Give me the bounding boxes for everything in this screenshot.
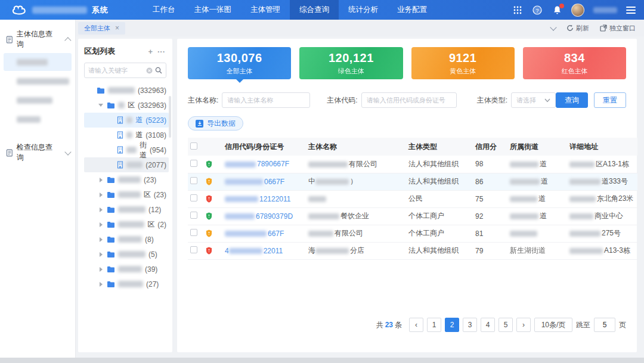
refresh-button[interactable]: 刷新 [566, 24, 589, 33]
tree-node-3[interactable]: 道 (3108) [84, 128, 169, 142]
status-shield-icon [206, 229, 212, 237]
clear-icon[interactable] [146, 67, 153, 74]
notifications-bell-icon[interactable] [552, 5, 562, 15]
search-icon[interactable] [155, 67, 162, 74]
credit-code-link[interactable]: 667F [225, 229, 284, 238]
document-icon [6, 149, 13, 157]
tree-node-9[interactable]: 区 (2) [84, 217, 169, 232]
status-shield-icon [206, 178, 212, 185]
apps-grid-icon[interactable] [512, 5, 523, 15]
tree-node-11[interactable]: (5) [84, 247, 169, 262]
main-nav: 工作台主体一张图主体管理综合查询统计分析业务配置 [143, 0, 436, 20]
add-region-icon[interactable]: + [148, 47, 153, 56]
open-window-button[interactable]: 独立窗口 [600, 24, 636, 33]
stat-card-orange[interactable]: 9121 黄色主体 [411, 47, 515, 79]
username-redacted [593, 7, 617, 13]
row-checkbox[interactable] [190, 212, 197, 219]
tree-node-13[interactable]: (27) [84, 277, 169, 291]
row-checkbox[interactable] [190, 177, 197, 184]
page-button-5[interactable]: 5 [499, 318, 513, 332]
sidebar-item-0-0[interactable] [4, 53, 72, 71]
table-header-row: 信用代码/身份证号主体名称主体类型信用分所属街道详细地址 [188, 138, 637, 156]
credit-code-link[interactable]: 7890667F [225, 160, 289, 168]
select-all-checkbox[interactable] [190, 142, 197, 150]
address-cell: 东北角23米 [567, 190, 637, 207]
subject-type-select[interactable]: 请选择 [511, 92, 556, 108]
subject-type-cell: 个体工商户 [406, 225, 473, 242]
subject-name-cell: 中） [306, 173, 406, 190]
type-filter-label: 主体类型: [477, 95, 507, 106]
tree-node-8[interactable]: (12) [84, 202, 169, 217]
row-checkbox[interactable] [190, 160, 197, 167]
subject-name-cell: 有限公司 [306, 225, 406, 242]
tabs-dropdown-icon[interactable] [551, 27, 556, 30]
row-checkbox[interactable] [190, 229, 197, 236]
app-window: 系统 工作台主体一张图主体管理综合查询统计分析业务配置 ? 主体信息查询 [0, 0, 644, 363]
nav-item-4[interactable]: 统计分析 [339, 0, 388, 20]
search-button[interactable]: 查询 [556, 92, 588, 108]
row-checkbox[interactable] [190, 194, 197, 201]
tree-node-2[interactable]: 道 (5223) [84, 113, 169, 128]
building-icon [117, 131, 123, 139]
credit-code-link[interactable]: 422011 [225, 247, 283, 255]
page-size-select[interactable]: 10条/页 [534, 318, 572, 332]
sidebar-item-0-3[interactable] [4, 110, 72, 128]
tab-all-subjects[interactable]: 全部主体 × [78, 22, 125, 35]
tab-close-icon[interactable]: × [115, 24, 119, 32]
next-page-button[interactable]: › [516, 318, 531, 332]
address-cell: A13-3栋 [567, 242, 637, 259]
stat-value: 120,121 [329, 51, 374, 65]
main-panel: 130,076 全部主体 120,121 绿色主体 9121 黄色主体 834 … [177, 39, 637, 352]
page-button-3[interactable]: 3 [463, 318, 477, 332]
stat-card-blue[interactable]: 130,076 全部主体 [188, 47, 291, 79]
tree-node-12[interactable]: (39) [84, 262, 169, 277]
menu-icon[interactable] [626, 7, 636, 14]
credit-code-link[interactable]: 12122011 [225, 195, 291, 203]
stat-card-green[interactable]: 120,121 绿色主体 [299, 47, 402, 79]
nav-item-1[interactable]: 主体一张图 [185, 0, 242, 20]
sidebar-item-0-2[interactable] [4, 91, 72, 109]
credit-code-link[interactable]: 0667F [225, 178, 284, 186]
nav-item-5[interactable]: 业务配置 [388, 0, 436, 20]
tree-node-0[interactable]: (332963) [84, 83, 169, 98]
credit-code-link[interactable]: 67890379D [225, 212, 293, 221]
help-icon[interactable]: ? [532, 5, 543, 15]
tree-node-10[interactable]: (8) [84, 232, 169, 247]
credit-score-cell: 75 [473, 190, 507, 207]
region-tree: (332963) 区 (332963) 道 (5223) 道 (3108) 街道… [84, 83, 169, 291]
stat-value: 130,076 [217, 51, 262, 65]
tree-node-6[interactable]: (23) [84, 172, 169, 187]
subject-code-input[interactable] [361, 92, 457, 108]
page-button-1[interactable]: 1 [427, 318, 441, 332]
scrollbar-thumb[interactable] [169, 96, 171, 138]
street-cell: 新生湖街道 [507, 242, 567, 259]
tree-node-5[interactable]: (2077) [84, 157, 169, 172]
region-search-input[interactable] [88, 67, 144, 74]
jump-page-input[interactable] [594, 318, 615, 332]
nav-item-0[interactable]: 工作台 [143, 0, 185, 20]
prev-page-button[interactable]: ‹ [409, 318, 423, 332]
user-avatar[interactable] [571, 4, 584, 17]
tree-node-1[interactable]: 区 (332963) [84, 98, 169, 113]
folder-icon [97, 87, 105, 94]
page-button-2[interactable]: 2 [445, 318, 459, 332]
folder-icon [107, 281, 115, 288]
topbar-actions: ? [512, 4, 636, 17]
sidebar-item-0-1[interactable] [4, 72, 72, 90]
row-checkbox[interactable] [190, 246, 197, 253]
page-button-4[interactable]: 4 [481, 318, 495, 332]
export-data-button[interactable]: 导出数据 [188, 116, 243, 131]
tree-node-4[interactable]: 街道 (954) [84, 142, 169, 157]
credit-score-cell: 86 [473, 173, 507, 190]
sidebar-group-1[interactable]: 检查信息查询 [0, 139, 75, 165]
nav-item-3[interactable]: 综合查询 [290, 0, 339, 20]
tree-node-7[interactable]: 区 (23) [84, 187, 169, 202]
nav-item-2[interactable]: 主体管理 [241, 0, 290, 20]
column-header-0: 信用代码/身份证号 [222, 138, 306, 156]
reset-button[interactable]: 重置 [594, 92, 626, 108]
credit-score-cell: 98 [473, 156, 507, 173]
more-options-icon[interactable]: ··· [157, 47, 165, 56]
stat-card-red[interactable]: 834 红色主体 [523, 47, 626, 79]
sidebar-group-0[interactable]: 主体信息查询 [0, 26, 75, 52]
subject-name-input[interactable] [222, 92, 310, 108]
